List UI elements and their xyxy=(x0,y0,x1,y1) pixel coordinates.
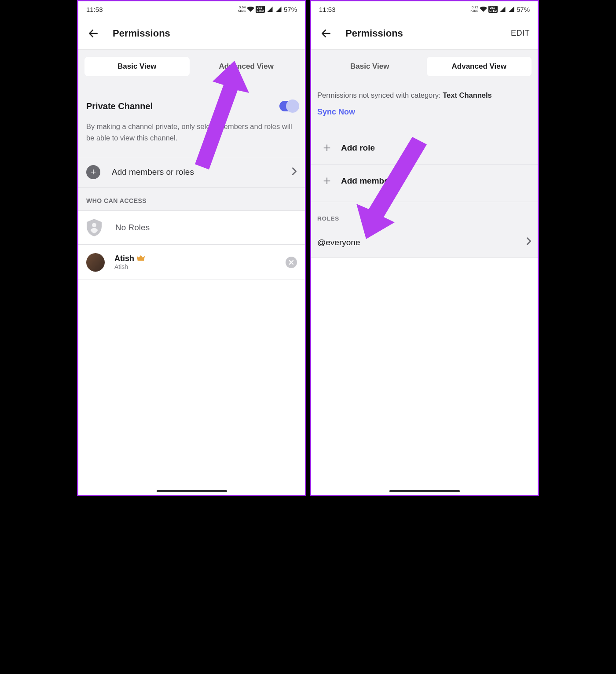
sync-category: Text Channels xyxy=(443,91,492,99)
status-time: 11:53 xyxy=(319,6,336,13)
close-icon xyxy=(289,260,294,265)
member-row[interactable]: Atish Atish xyxy=(78,245,305,280)
status-time: 11:53 xyxy=(86,6,103,13)
wifi-icon xyxy=(247,7,254,12)
app-bar: Permissions EDIT xyxy=(311,17,538,50)
private-channel-section: Private Channel By making a channel priv… xyxy=(78,83,305,157)
svg-point-0 xyxy=(92,223,96,228)
arrow-left-icon xyxy=(320,28,332,39)
remove-member-button[interactable] xyxy=(286,257,297,268)
battery-text: 57% xyxy=(517,6,530,13)
view-tabs: Basic View Advanced View xyxy=(311,50,538,83)
tab-advanced-view[interactable]: Advanced View xyxy=(194,57,299,76)
view-tabs: Basic View Advanced View xyxy=(78,50,305,83)
add-role-button[interactable]: + Add role xyxy=(311,132,538,164)
battery-text: 57% xyxy=(284,6,297,13)
roles-header: ROLES xyxy=(311,202,538,227)
phone-left: 11:53 0.64KB/S Vo1LTE2 57% Permissions B… xyxy=(77,0,306,496)
arrow-left-icon xyxy=(88,28,99,39)
sync-notice: Permissions not synced with category: Te… xyxy=(311,83,538,120)
lte-badge-1: Vo1LTE2 xyxy=(488,6,498,13)
tab-basic-view[interactable]: Basic View xyxy=(317,57,422,76)
app-bar: Permissions xyxy=(78,17,305,50)
crown-icon xyxy=(137,254,145,263)
signal-icon-2 xyxy=(508,7,515,12)
plus-icon: + xyxy=(317,171,337,191)
avatar xyxy=(86,253,105,272)
phone-right: 11:53 0.72KB/S Vo1LTE2 57% Permissions E… xyxy=(310,0,539,496)
private-channel-label: Private Channel xyxy=(86,101,153,111)
sync-now-button[interactable]: Sync Now xyxy=(317,107,532,117)
signal-icon-2 xyxy=(275,7,282,12)
no-roles-label: No Roles xyxy=(115,223,150,232)
wifi-icon xyxy=(480,7,487,12)
plus-icon: + xyxy=(317,138,337,158)
add-members-roles-label: Add members or roles xyxy=(112,167,194,177)
edit-button[interactable]: EDIT xyxy=(511,29,532,38)
page-title: Permissions xyxy=(113,28,170,39)
add-member-button[interactable]: + Add member xyxy=(311,165,538,197)
member-subname: Atish xyxy=(114,263,145,270)
chevron-right-icon xyxy=(292,167,297,177)
private-channel-description: By making a channel private, only select… xyxy=(86,111,297,157)
private-channel-toggle[interactable] xyxy=(279,101,297,111)
add-members-roles-button[interactable]: + Add members or roles xyxy=(78,157,305,188)
who-can-access-header: WHO CAN ACCESS xyxy=(78,188,305,210)
back-button[interactable] xyxy=(316,24,336,43)
tab-advanced-view[interactable]: Advanced View xyxy=(427,57,532,76)
tab-basic-view[interactable]: Basic View xyxy=(84,57,190,76)
lte-badge-1: Vo1LTE2 xyxy=(256,6,265,13)
role-everyone[interactable]: @everyone xyxy=(311,227,538,258)
plus-circle-icon: + xyxy=(86,165,100,179)
no-roles-row: No Roles xyxy=(78,210,305,245)
status-bar: 11:53 0.72KB/S Vo1LTE2 57% xyxy=(311,1,538,17)
add-member-label: Add member xyxy=(341,176,392,186)
shield-icon xyxy=(86,219,102,236)
status-bar: 11:53 0.64KB/S Vo1LTE2 57% xyxy=(78,1,305,17)
net-speed-unit: KB/S xyxy=(470,9,478,13)
gesture-bar xyxy=(157,490,227,492)
role-everyone-label: @everyone xyxy=(317,238,360,247)
chevron-right-icon xyxy=(526,237,532,248)
signal-icon-1 xyxy=(266,7,274,12)
back-button[interactable] xyxy=(84,24,103,43)
signal-icon-1 xyxy=(499,7,506,12)
page-title: Permissions xyxy=(345,28,403,39)
net-speed-unit: KB/S xyxy=(238,9,246,13)
add-role-label: Add role xyxy=(341,143,375,153)
gesture-bar xyxy=(389,490,460,492)
member-name: Atish xyxy=(114,254,134,263)
sync-prefix: Permissions not synced with category: xyxy=(317,91,443,99)
